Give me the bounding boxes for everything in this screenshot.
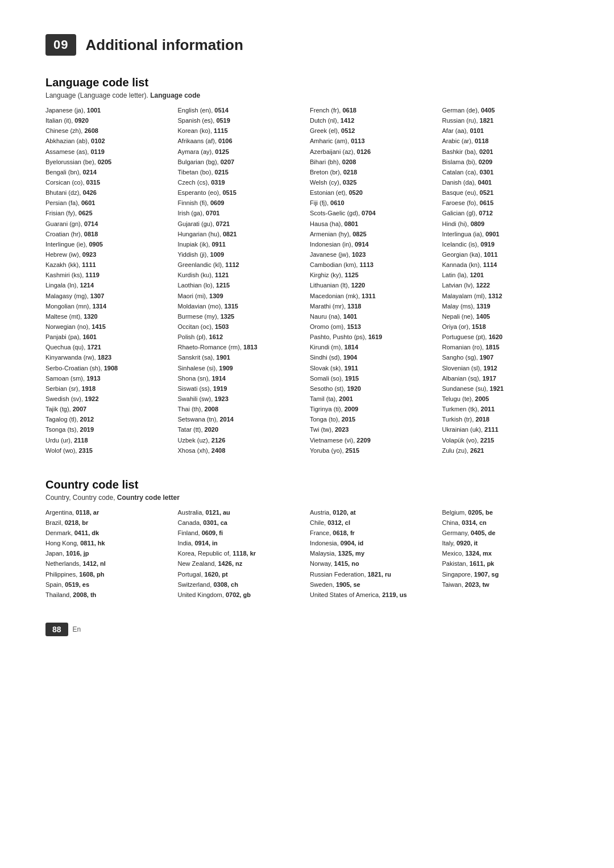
country-code-grid: Argentina, 0118, arAustralia, 0121, auAu…	[45, 507, 569, 600]
list-item: Mexico, 1324, mx	[442, 548, 569, 558]
list-item: Tibetan (bo), 0215	[178, 167, 305, 177]
list-item: Italian (it), 0920	[45, 115, 172, 126]
list-item: Malaysia, 1325, my	[310, 548, 437, 558]
list-item: Australia, 0121, au	[178, 507, 305, 518]
list-item: Hebrew (iw), 0923	[45, 249, 172, 260]
list-item: Swedish (sv), 1922	[45, 394, 172, 404]
list-item: Thai (th), 2008	[178, 404, 305, 414]
list-item: Oriya (or), 1518	[442, 322, 569, 332]
list-item: Mongolian (mn), 1314	[45, 301, 172, 311]
list-item: Fiji (fj), 0610	[310, 198, 437, 208]
country-subtitle: Country, Country code, Country code lett…	[45, 494, 569, 502]
list-item: Portuguese (pt), 1620	[442, 332, 569, 342]
list-item: Macedonian (mk), 1311	[310, 291, 437, 301]
list-item: Bengali (bn), 0214	[45, 167, 172, 177]
list-item: Frisian (fy), 0625	[45, 208, 172, 218]
list-item: Tonga (to), 2015	[310, 414, 437, 424]
list-item: Panjabi (pa), 1601	[45, 332, 172, 342]
list-item: Oromo (om), 1513	[310, 322, 437, 332]
list-item: Pashto, Pushto (ps), 1619	[310, 332, 437, 342]
list-item: Danish (da), 0401	[442, 177, 569, 187]
list-item: Corsican (co), 0315	[45, 177, 172, 187]
list-item: Urdu (ur), 2118	[45, 435, 172, 445]
list-item: Somali (so), 1915	[310, 373, 437, 383]
page-number: 88	[45, 623, 68, 636]
list-item: Tatar (tt), 2020	[178, 424, 305, 435]
list-item: Thailand, 2008, th	[45, 590, 172, 600]
list-item: Kannada (kn), 1114	[442, 260, 569, 270]
list-item: Tigrinya (ti), 2009	[310, 404, 437, 414]
list-item: Bulgarian (bg), 0207	[178, 157, 305, 167]
list-item: United Kingdom, 0702, gb	[178, 590, 305, 600]
list-item: Bhutani (dz), 0426	[45, 187, 172, 198]
list-item: Bashkir (ba), 0201	[442, 147, 569, 157]
list-item: Nauru (na), 1401	[310, 311, 437, 322]
list-item: Rhaeto-Romance (rm), 1813	[178, 342, 305, 352]
list-item: Afar (aa), 0101	[442, 126, 569, 136]
list-item: Galician (gl), 0712	[442, 208, 569, 218]
list-item: Russian (ru), 1821	[442, 115, 569, 126]
country-heading: Country code list	[45, 478, 569, 491]
list-item: Dutch (nl), 1412	[310, 115, 437, 126]
language-subtitle-plain: Language (Language code letter).	[45, 91, 150, 99]
list-item: Maori (mi), 1309	[178, 291, 305, 301]
list-item: Occitan (oc), 1503	[178, 322, 305, 332]
list-item: Indonesian (in), 0914	[310, 239, 437, 249]
list-item: Japan, 1016, jp	[45, 548, 172, 558]
section-number: 09	[45, 34, 76, 56]
list-item: Finland, 0609, fi	[178, 528, 305, 538]
list-item: Breton (br), 0218	[310, 167, 437, 177]
list-item: Xhosa (xh), 2408	[178, 445, 305, 456]
list-item: Wolof (wo), 2315	[45, 445, 172, 456]
list-item: Taiwan, 2023, tw	[442, 579, 569, 590]
list-item: Sindhi (sd), 1904	[310, 352, 437, 362]
list-item: Quechua (qu), 1721	[45, 342, 172, 352]
list-item: Bislama (bi), 0209	[442, 157, 569, 167]
list-item: Arabic (ar), 0118	[442, 136, 569, 146]
list-item: Faroese (fo), 0615	[442, 198, 569, 208]
list-item: Uzbek (uz), 2126	[178, 435, 305, 445]
list-item: Swahili (sw), 1923	[178, 394, 305, 404]
country-subtitle-plain: Country, Country code,	[45, 494, 117, 502]
list-item: Korea, Republic of, 1118, kr	[178, 548, 305, 558]
list-item: Kazakh (kk), 1111	[45, 260, 172, 270]
list-item: Malayalam (ml), 1312	[442, 291, 569, 301]
list-item: Aymara (ay), 0125	[178, 147, 305, 157]
list-item: Tagalog (tl), 2012	[45, 414, 172, 424]
list-item: Albanian (sq), 1917	[442, 373, 569, 383]
list-item: Latin (la), 1201	[442, 270, 569, 280]
list-item: Telugu (te), 2005	[442, 394, 569, 404]
list-item: Basque (eu), 0521	[442, 187, 569, 198]
list-item: German (de), 0405	[442, 105, 569, 115]
list-item: Kinyarwanda (rw), 1823	[45, 352, 172, 362]
list-item: Finnish (fi), 0609	[178, 198, 305, 208]
list-item: Denmark, 0411, dk	[45, 528, 172, 538]
list-item: Tamil (ta), 2001	[310, 394, 437, 404]
list-item: Malagasy (mg), 1307	[45, 291, 172, 301]
list-item: Volapük (vo), 2215	[442, 435, 569, 445]
list-item: Interlingue (ie), 0905	[45, 239, 172, 249]
page-language: En	[73, 625, 81, 633]
list-item: Sesotho (st), 1920	[310, 383, 437, 394]
list-item: Turkmen (tk), 2011	[442, 404, 569, 414]
list-item: Latvian (lv), 1222	[442, 280, 569, 290]
list-item: Nepali (ne), 1405	[442, 311, 569, 322]
language-subtitle-bold: Language code	[150, 91, 200, 99]
list-item: Singapore, 1907, sg	[442, 569, 569, 579]
list-item: Lithuanian (lt), 1220	[310, 280, 437, 290]
list-item: Japanese (ja), 1001	[45, 105, 172, 115]
list-item: France, 0618, fr	[310, 528, 437, 538]
list-item: Hungarian (hu), 0821	[178, 229, 305, 239]
list-item: Irish (ga), 0701	[178, 208, 305, 218]
list-item: Twi (tw), 2023	[310, 424, 437, 435]
list-item: Argentina, 0118, ar	[45, 507, 172, 518]
list-item: Portugal, 1620, pt	[178, 569, 305, 579]
list-item: Assamese (as), 0119	[45, 147, 172, 157]
list-item: Turkish (tr), 2018	[442, 414, 569, 424]
list-item: Hausa (ha), 0801	[310, 219, 437, 229]
list-item: Russian Federation, 1821, ru	[310, 569, 437, 579]
list-item: Croatian (hr), 0818	[45, 229, 172, 239]
list-item: Switzerland, 0308, ch	[178, 579, 305, 590]
list-item: Chinese (zh), 2608	[45, 126, 172, 136]
list-item: Norwegian (no), 1415	[45, 322, 172, 332]
